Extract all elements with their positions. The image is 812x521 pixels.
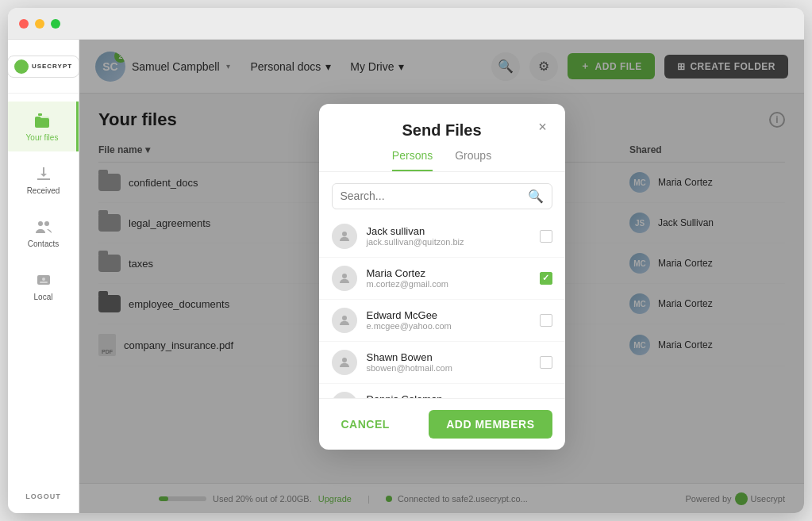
contact-email: sbowen@hotmail.com (367, 363, 530, 373)
contact-avatar (332, 224, 357, 249)
contact-email: m.cortez@gmail.com (367, 279, 530, 289)
contact-avatar (332, 266, 357, 291)
contact-item: Shawn Bowen sbowen@hotmail.com (319, 342, 565, 384)
svg-point-10 (342, 358, 347, 362)
sidebar-nav: Your files Received (8, 94, 79, 480)
contact-info: Shawn Bowen sbowen@hotmail.com (367, 351, 530, 373)
contact-name: Shawn Bowen (367, 351, 530, 363)
modal-close-button[interactable]: × (533, 118, 552, 137)
sidebar-item-label: Your files (26, 133, 59, 142)
modal-title: Send Files (402, 121, 481, 140)
sidebar-item-contacts[interactable]: Contacts (8, 208, 79, 258)
cancel-button[interactable]: CANCEL (332, 412, 399, 437)
search-icon: 🔍 (528, 189, 544, 204)
local-icon (34, 270, 53, 289)
logo-text: USECRYPT (32, 63, 72, 70)
search-input[interactable] (341, 190, 523, 202)
modal-footer: CANCEL ADD MEMBERS (319, 398, 565, 450)
contact-checkbox-3[interactable] (540, 356, 552, 369)
contact-name: Dennis Coleman (367, 393, 530, 398)
svg-point-9 (342, 316, 347, 320)
svg-point-7 (342, 232, 347, 236)
person-icon (337, 397, 352, 398)
sidebar: USECRYPT Your files (8, 40, 79, 513)
add-members-button[interactable]: ADD MEMBERS (429, 410, 552, 439)
app-layout: USECRYPT Your files (8, 40, 804, 513)
person-icon (337, 313, 352, 328)
search-bar: 🔍 (332, 183, 552, 209)
minimize-button[interactable] (35, 19, 44, 29)
logout-button[interactable]: LOGOUT (25, 480, 61, 513)
contact-avatar (332, 350, 357, 375)
sidebar-item-your-files[interactable]: Your files (8, 102, 79, 151)
contact-email: jack.sullivan@quitzon.biz (367, 237, 530, 247)
contact-info: Maria Cortez m.cortez@gmail.com (367, 267, 530, 289)
close-button[interactable] (19, 19, 29, 29)
contact-checkbox-0[interactable] (540, 230, 552, 243)
svg-point-8 (342, 274, 347, 278)
logo: USECRYPT (8, 56, 79, 78)
contact-list: Jack sullivan jack.sullivan@quitzon.biz (319, 216, 565, 398)
contact-item: Maria Cortez m.cortez@gmail.com (319, 258, 565, 300)
send-files-modal: Send Files × Persons Groups 🔍 (319, 104, 565, 450)
person-icon (337, 355, 352, 370)
contact-name: Jack sullivan (367, 225, 530, 237)
sidebar-item-contacts-label: Contacts (28, 239, 59, 248)
received-icon (34, 164, 53, 183)
sidebar-item-local-label: Local (34, 293, 53, 301)
sidebar-item-received-label: Received (27, 186, 60, 195)
sidebar-item-local[interactable]: Local (8, 261, 79, 311)
tab-groups[interactable]: Groups (455, 149, 491, 171)
svg-point-3 (44, 221, 49, 226)
contact-name: Maria Cortez (367, 267, 530, 279)
fullscreen-button[interactable] (51, 19, 60, 29)
svg-rect-1 (38, 113, 42, 116)
sidebar-logo: USECRYPT (8, 40, 79, 94)
person-icon (337, 229, 352, 243)
your-files-icon (33, 111, 52, 130)
svg-rect-5 (40, 282, 48, 283)
contact-info: Dennis Coleman d.coleman@yahoo.com (367, 393, 530, 398)
modal-header: Send Files × (319, 104, 565, 140)
logo-icon (14, 59, 29, 74)
contact-name: Edward McGee (367, 309, 530, 321)
modal-tabs: Persons Groups (319, 140, 565, 172)
contact-info: Jack sullivan jack.sullivan@quitzon.biz (367, 225, 530, 247)
person-icon (337, 271, 352, 285)
contact-item: Edward McGee e.mcgee@yahoo.com (319, 300, 565, 342)
contact-info: Edward McGee e.mcgee@yahoo.com (367, 309, 530, 331)
sidebar-item-received[interactable]: Received (8, 155, 79, 205)
contact-avatar (332, 392, 357, 398)
contacts-icon (34, 217, 53, 236)
tab-persons[interactable]: Persons (392, 149, 433, 171)
modal-overlay: Send Files × Persons Groups 🔍 (79, 40, 804, 513)
app-window: USECRYPT Your files (8, 8, 804, 513)
main-content: SC 2 Samuel Campbell ▾ Personal docs ▾ M… (79, 40, 804, 513)
contact-checkbox-2[interactable] (540, 314, 552, 327)
svg-point-2 (38, 221, 43, 226)
contact-email: e.mcgee@yahoo.com (367, 321, 530, 331)
contact-item: Dennis Coleman d.coleman@yahoo.com (319, 384, 565, 398)
contact-avatar (332, 308, 357, 333)
svg-point-6 (42, 278, 45, 281)
contact-item: Jack sullivan jack.sullivan@quitzon.biz (319, 216, 565, 258)
contact-checkbox-1[interactable] (540, 272, 552, 285)
titlebar (8, 8, 804, 40)
